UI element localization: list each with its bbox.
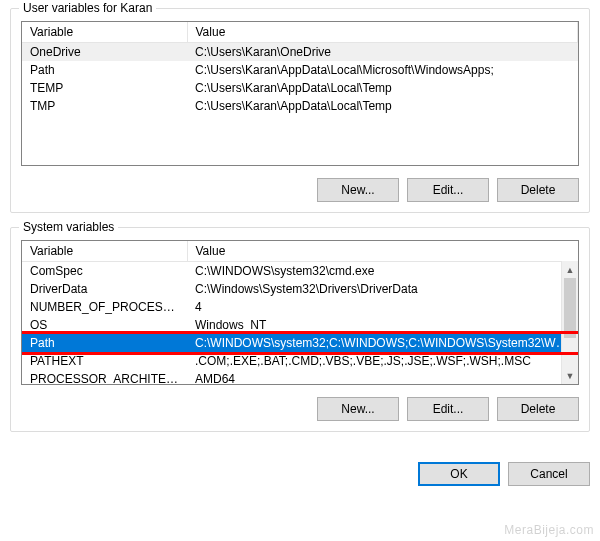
cell-variable: ComSpec <box>22 262 187 281</box>
scroll-thumb[interactable] <box>564 278 576 338</box>
user-variables-title: User variables for Karan <box>19 1 156 15</box>
cell-variable: Path <box>22 61 187 79</box>
cell-value: 4 <box>187 298 578 316</box>
table-row[interactable]: DriverData C:\Windows\System32\Drivers\D… <box>22 280 578 298</box>
new-button[interactable]: New... <box>317 397 399 421</box>
system-variables-group: System variables Variable Value ComSpec … <box>10 227 590 432</box>
scroll-up-icon[interactable]: ▲ <box>562 261 578 278</box>
column-header-value[interactable]: Value <box>187 22 578 43</box>
table-row[interactable]: PATHEXT .COM;.EXE;.BAT;.CMD;.VBS;.VBE;.J… <box>22 352 578 370</box>
cell-variable: OneDrive <box>22 43 187 62</box>
cell-variable: TMP <box>22 97 187 115</box>
edit-button[interactable]: Edit... <box>407 178 489 202</box>
environment-variables-dialog: User variables for Karan Variable Value … <box>0 0 600 456</box>
edit-button[interactable]: Edit... <box>407 397 489 421</box>
cell-value: C:\Users\Karan\AppData\Local\Microsoft\W… <box>187 61 578 79</box>
column-header-variable[interactable]: Variable <box>22 241 187 262</box>
table-row[interactable]: OS Windows_NT <box>22 316 578 334</box>
cell-variable: Path <box>22 334 187 352</box>
table-row[interactable]: NUMBER_OF_PROCESSORS 4 <box>22 298 578 316</box>
scroll-down-icon[interactable]: ▼ <box>562 367 578 384</box>
system-vars-button-row: New... Edit... Delete <box>21 397 579 421</box>
cell-value: C:\WINDOWS\system32\cmd.exe <box>187 262 578 281</box>
user-variables-table[interactable]: Variable Value OneDrive C:\Users\Karan\O… <box>22 22 578 115</box>
cell-variable: DriverData <box>22 280 187 298</box>
table-row[interactable]: ComSpec C:\WINDOWS\system32\cmd.exe <box>22 262 578 281</box>
user-vars-button-row: New... Edit... Delete <box>21 178 579 202</box>
table-row[interactable]: TMP C:\Users\Karan\AppData\Local\Temp <box>22 97 578 115</box>
cell-value: Windows_NT <box>187 316 578 334</box>
delete-button[interactable]: Delete <box>497 397 579 421</box>
system-variables-table[interactable]: Variable Value ComSpec C:\WINDOWS\system… <box>22 241 578 385</box>
cell-value: C:\Windows\System32\Drivers\DriverData <box>187 280 578 298</box>
cell-variable: PROCESSOR_ARCHITECTURE <box>22 370 187 385</box>
watermark-text: MeraBijeja.com <box>504 523 594 537</box>
cell-variable: TEMP <box>22 79 187 97</box>
cell-value: C:\WINDOWS\system32;C:\WINDOWS;C:\WINDOW… <box>187 334 578 352</box>
cell-value: .COM;.EXE;.BAT;.CMD;.VBS;.VBE;.JS;.JSE;.… <box>187 352 578 370</box>
table-row[interactable]: OneDrive C:\Users\Karan\OneDrive <box>22 43 578 62</box>
new-button[interactable]: New... <box>317 178 399 202</box>
table-row[interactable]: PROCESSOR_ARCHITECTURE AMD64 <box>22 370 578 385</box>
cell-variable: NUMBER_OF_PROCESSORS <box>22 298 187 316</box>
vertical-scrollbar[interactable]: ▲ ▼ <box>561 261 578 384</box>
user-variables-table-container: Variable Value OneDrive C:\Users\Karan\O… <box>21 21 579 166</box>
column-header-value[interactable]: Value <box>187 241 578 262</box>
cell-variable: PATHEXT <box>22 352 187 370</box>
cancel-button[interactable]: Cancel <box>508 462 590 486</box>
delete-button[interactable]: Delete <box>497 178 579 202</box>
table-row[interactable]: Path C:\WINDOWS\system32;C:\WINDOWS;C:\W… <box>22 334 578 352</box>
system-variables-table-container: Variable Value ComSpec C:\WINDOWS\system… <box>21 240 579 385</box>
cell-variable: OS <box>22 316 187 334</box>
ok-button[interactable]: OK <box>418 462 500 486</box>
table-row[interactable]: TEMP C:\Users\Karan\AppData\Local\Temp <box>22 79 578 97</box>
system-variables-title: System variables <box>19 220 118 234</box>
user-variables-group: User variables for Karan Variable Value … <box>10 8 590 213</box>
cell-value: AMD64 <box>187 370 578 385</box>
column-header-variable[interactable]: Variable <box>22 22 187 43</box>
table-row[interactable]: Path C:\Users\Karan\AppData\Local\Micros… <box>22 61 578 79</box>
cell-value: C:\Users\Karan\AppData\Local\Temp <box>187 79 578 97</box>
dialog-button-row: OK Cancel <box>0 456 600 496</box>
cell-value: C:\Users\Karan\AppData\Local\Temp <box>187 97 578 115</box>
cell-value: C:\Users\Karan\OneDrive <box>187 43 578 62</box>
